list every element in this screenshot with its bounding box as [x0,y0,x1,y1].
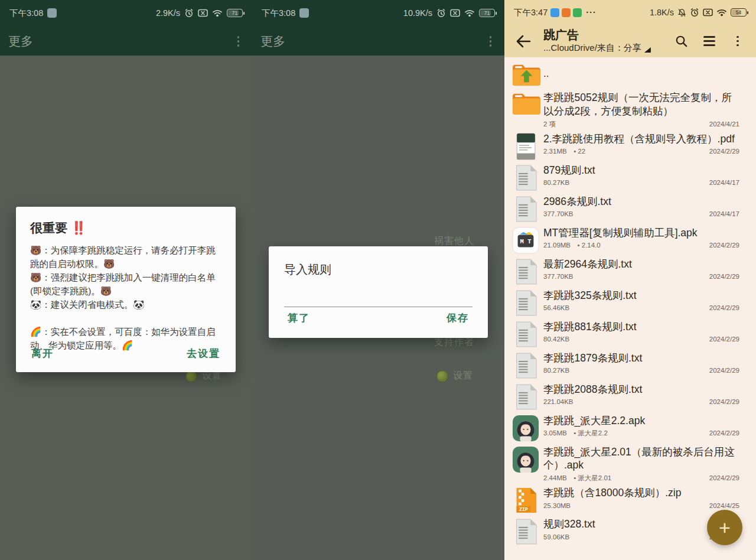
page-title: 更多 [260,33,285,50]
exclamation-mark: ‼️ [71,221,86,235]
file-size: 3.05MB • 派大星2.2 [543,428,608,438]
txt-icon [509,195,542,223]
alarm-icon [690,8,699,17]
file-row[interactable]: 李跳跳_派大星2.01（最新的被杀后台用这个）.apk2.44MB • 派大星2… [509,444,739,485]
file-date: 2024/4/17 [709,209,739,219]
file-row[interactable]: 最新2964条规则.txt377.70KB2024/2/29 [509,256,739,287]
file-date: 2024/2/29 [709,366,739,375]
mt-apk-icon: M T [509,226,542,254]
file-date: 2024/2/29 [709,272,739,281]
file-info: MT管理器[复制规则辅助工具].apk21.09MB • 2.14.02024/… [542,226,739,250]
file-date: 2024/4/21 [709,119,739,129]
file-size: 2 项 [543,119,556,129]
dropdown-caret-icon [644,47,651,53]
file-date: 2024/2/29 [709,334,739,344]
file-info: 李跳跳_派大星2.01（最新的被杀后台用这个）.apk2.44MB • 派大星2… [542,445,739,483]
file-size: 21.09MB • 2.14.0 [543,240,601,250]
status-time: 下午3:08 [262,8,295,19]
file-name: 2.李跳跳使用教程（含规则导入教程）.pdf [543,132,739,146]
file-info: 最新2964条规则.txt377.70KB2024/2/29 [542,258,739,282]
file-row[interactable]: 李跳跳1879条规则.txt80.27KB2024/2/29 [509,350,739,381]
file-row[interactable]: 2.李跳跳使用教程（含规则导入教程）.pdf2.31MB • 222024/2/… [509,131,739,162]
file-name: 李跳跳_派大星2.2.apk [543,414,739,428]
file-size: 80.27KB [543,178,569,187]
battery-icon: 71 [479,9,495,17]
rule-input[interactable] [284,294,472,307]
network-speed: 2.9K/s [156,8,180,18]
txt-icon [509,383,542,411]
file-row[interactable]: 李跳跳325条规则.txt56.46KB2024/2/29 [509,287,739,318]
notification-icons [550,8,582,17]
overflow-menu-icon[interactable] [486,32,496,50]
network-speed: 1.8K/s [650,8,674,17]
go-settings-button[interactable]: 去设置 [185,343,221,364]
status-time: 下午3:47 [514,7,548,18]
overflow-menu-icon[interactable] [234,32,243,50]
settings-item-dimmed: 设置 [436,370,473,382]
left-top-chrome: 下午3:08 2.9K/s 71 更多 [0,0,252,57]
status-time: 下午3:08 [9,8,43,19]
important-warning-dialog: 很重要‼️ 🐻：为保障李跳跳稳定运行，请务必打开李跳跳的自启动权限。🐻 🐻：强烈… [16,207,236,372]
file-name: 李跳跳881条规则.txt [543,320,739,334]
file-size: 377.70KB [543,209,573,219]
more-notifications: ··· [586,8,597,17]
folder-icon [509,91,542,115]
file-row[interactable]: .. [509,58,739,89]
fm-title-block[interactable]: 跳广告 ...CloudDrive/来自：分享 [535,28,669,54]
file-row[interactable]: 879规则.txt80.27KB2024/4/17 [509,162,739,193]
screen-more-warning: 下午3:08 2.9K/s 71 更多 [0,0,253,560]
screen-file-manager: 下午3:47 ··· 1.8K/s 54 [504,0,756,560]
network-speed: 10.9K/s [403,8,432,18]
screen-import-rules: 下午3:08 10.9K/s 71 更多 [252,0,505,560]
file-row[interactable]: M TMT管理器[复制规则辅助工具].apk21.09MB • 2.14.020… [509,224,739,256]
settings-coin-icon [436,370,448,382]
mid-app-bar: 更多 [252,26,504,57]
mute-bell-icon [677,8,686,17]
wechat-app-icon [573,8,582,17]
add-fab-button[interactable]: + [707,510,742,545]
left-status-bar: 下午3:08 2.9K/s 71 [0,0,252,26]
file-date: 2024/4/17 [709,178,739,187]
overflow-menu-icon[interactable] [725,29,750,54]
file-row[interactable]: 规则328.txt59.06KB2024/4/17 [509,516,739,547]
file-date: 2024/2/29 [709,473,739,483]
page-title: 更多 [8,33,33,50]
share-item-dimmed: 祸害他人 [434,235,474,248]
file-name: 李跳跳325条规则.txt [543,289,739,302]
back-arrow-icon[interactable] [511,30,535,53]
view-list-icon[interactable] [697,29,722,54]
folder-title: 跳广告 [543,28,669,42]
txt-icon [509,258,542,285]
file-row[interactable]: 李跳跳2088条规则.txt221.04KB2024/2/29 [509,381,739,412]
leave-button[interactable]: 离开 [30,343,55,364]
file-name: MT管理器[复制规则辅助工具].apk [543,226,739,240]
wifi-icon [716,8,727,17]
file-name: 李跳跳1879条规则.txt [543,351,739,365]
breadcrumb: ...CloudDrive/来自：分享 [543,43,641,54]
import-rules-dialog: 导入规则 算了 保存 [269,246,488,338]
file-row[interactable]: 2986条规则.txt377.70KB2024/4/17 [509,193,739,224]
file-info: .. [542,67,739,80]
save-button[interactable]: 保存 [445,308,470,328]
file-info: 李跳跳325条规则.txt56.46KB2024/2/29 [542,289,739,313]
file-info: 879规则.txt80.27KB2024/4/17 [542,164,739,188]
dialog-body-text: 🐻：为保障李跳跳稳定运行，请务必打开李跳跳的自启动权限。🐻 🐻：强烈建议把李跳跳… [30,244,221,353]
dialog-title: 导入规则 [284,262,472,278]
file-row[interactable]: 李跳跳5052规则（一次无法完全复制，所以分成2段，方便复制粘贴）2 项2024… [509,89,739,131]
file-name: 李跳跳_派大星2.01（最新的被杀后台用这个）.apk [543,445,739,473]
cancel-button[interactable]: 算了 [286,308,311,328]
file-name: 2986条规则.txt [543,195,739,209]
notification-app-icon [299,8,309,18]
fm-top-chrome: 下午3:47 ··· 1.8K/s 54 [504,0,756,57]
file-row[interactable]: 李跳跳_派大星2.2.apk3.05MB • 派大星2.22024/2/29 [509,412,739,444]
file-row[interactable]: 李跳跳881条规则.txt80.42KB2024/2/29 [509,318,739,350]
svg-text:ZIP: ZIP [519,507,528,512]
file-row[interactable]: ZIP李跳跳（含18000条规则）.zip25.30MB2024/4/25 [509,484,739,516]
file-info: 李跳跳_派大星2.2.apk3.05MB • 派大星2.22024/2/29 [542,414,739,438]
wifi-icon [212,9,223,17]
search-icon[interactable] [669,29,693,54]
svg-text:M T: M T [520,238,532,245]
zip-icon: ZIP [509,486,542,514]
txt-icon [509,351,542,379]
file-name: 李跳跳5052规则（一次无法完全复制，所以分成2段，方便复制粘贴） [543,91,739,118]
